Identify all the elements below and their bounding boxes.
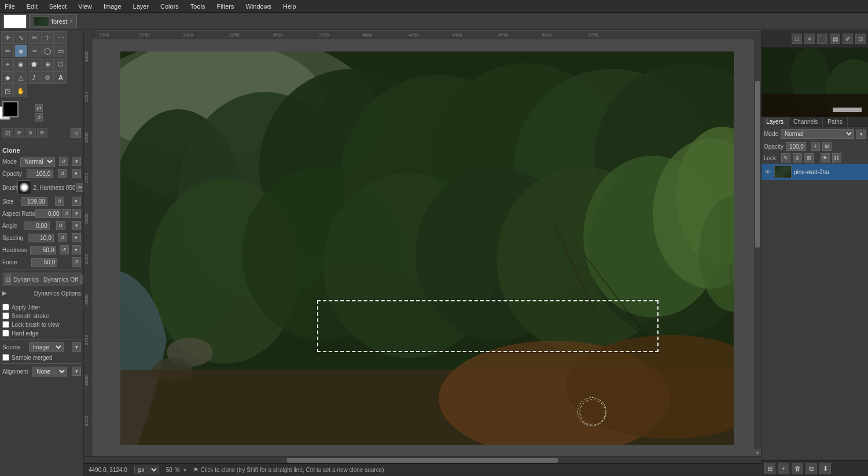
tool-fill[interactable]: ◆ (1, 71, 14, 84)
opacity-expand-icon[interactable]: ▾ (72, 169, 81, 178)
rp-icon-grid[interactable]: ▤ (830, 34, 840, 44)
mode-select[interactable]: Normal (20, 157, 55, 167)
layers-delete-btn[interactable]: 🗑 (792, 463, 803, 474)
layers-new-group-btn[interactable]: ⊞ (764, 463, 775, 474)
angle-value[interactable]: 0,00 (24, 222, 50, 230)
mode-icon[interactable]: ↺ (59, 157, 68, 166)
layer-visibility-icon[interactable]: 👁 (764, 168, 772, 176)
opacity-value[interactable]: 100,0 (27, 169, 53, 178)
layers-mode-expand-icon[interactable]: ▾ (856, 130, 866, 139)
spacing-expand-icon[interactable]: ▾ (72, 233, 81, 242)
brush-preview[interactable] (17, 180, 31, 194)
tool-extra2[interactable]: ⟳ (14, 128, 24, 138)
layers-opacity-value[interactable]: 100,0 (786, 142, 806, 151)
size-reset-icon[interactable]: ↺ (55, 197, 64, 206)
spacing-reset-icon[interactable]: ↺ (58, 233, 67, 242)
tool-pencil[interactable]: ✏ (1, 45, 14, 57)
hardness-reset-icon[interactable]: ↺ (60, 245, 69, 254)
force-reset-icon[interactable]: ↺ (72, 257, 81, 267)
dynamics-expand-btn[interactable]: ▶ (2, 290, 9, 297)
menu-help[interactable]: Help (281, 2, 299, 11)
size-expand-icon[interactable]: ▾ (72, 197, 81, 206)
layers-merge-icon[interactable]: ⊞ (822, 142, 832, 151)
lock-brush-checkbox[interactable] (2, 321, 9, 328)
horizontal-scrollbar[interactable] (84, 456, 761, 463)
vertical-scrollbar[interactable]: ▼ (754, 39, 761, 456)
layers-merge-down-btn[interactable]: ⬇ (819, 463, 831, 474)
panel-collapse-icon[interactable]: ◁ (71, 128, 81, 138)
tab-blank[interactable] (3, 14, 27, 28)
tool-transform[interactable]: ⤴ (28, 71, 41, 84)
smooth-stroke-checkbox[interactable] (2, 312, 9, 319)
tab-close-icon[interactable]: × (70, 18, 73, 24)
tool-clone[interactable]: ▭ (54, 45, 67, 57)
hard-edge-checkbox[interactable] (2, 330, 9, 337)
canvas-viewport[interactable]: ▼ (93, 39, 761, 456)
vscrollbar-down-arrow[interactable]: ▼ (754, 449, 761, 456)
tool-warp[interactable]: ⊹ (41, 31, 54, 44)
tool-extra1[interactable]: ◱ (2, 128, 13, 138)
unit-select[interactable]: px mm cm (134, 466, 159, 474)
vscrollbar-thumb[interactable] (755, 81, 760, 248)
tool-heal[interactable]: ◯ (41, 45, 54, 57)
layers-duplicate-btn[interactable]: ⧉ (806, 463, 817, 474)
menu-tools[interactable]: Tools (188, 2, 208, 11)
rp-icon-menu[interactable]: ⊡ (855, 34, 866, 44)
aspect-reset-icon[interactable]: ↺ (62, 209, 71, 218)
swap-colors-icon[interactable]: ⇄ (35, 104, 43, 112)
layers-add-btn[interactable]: + (811, 142, 820, 151)
hardness-expand-icon[interactable]: ▾ (72, 245, 81, 254)
rp-icon-lock[interactable]: ⬛ (817, 34, 827, 44)
rp-icon-restore[interactable]: □ (792, 34, 802, 44)
alignment-expand-icon[interactable]: ▾ (72, 367, 81, 376)
zoom-down-icon[interactable]: ▾ (183, 467, 186, 473)
spacing-value[interactable]: 10,0 (28, 234, 54, 242)
tab-channels[interactable]: Channels (789, 117, 823, 127)
dynamics-edit-icon[interactable]: ✏ (80, 275, 83, 284)
lock-pos-icon[interactable]: ⊕ (793, 153, 802, 163)
angle-expand-icon[interactable]: ▾ (72, 221, 81, 230)
alignment-select[interactable]: None (32, 367, 67, 377)
menu-select[interactable]: Select (47, 2, 69, 11)
tool-text2[interactable]: A (54, 71, 67, 84)
menu-view[interactable]: View (76, 2, 94, 11)
menu-edit[interactable]: Edit (24, 2, 40, 11)
tool-crosshair[interactable]: ✛ (1, 31, 14, 44)
reset-colors-icon[interactable]: ↺ (35, 113, 43, 121)
apply-jitter-checkbox[interactable] (2, 304, 9, 311)
tool-select-rect[interactable]: ◳ (1, 84, 14, 97)
brush-edit-icon[interactable]: ✏ (76, 183, 83, 192)
menu-colors[interactable]: Colors (158, 2, 181, 11)
tab-layers[interactable]: Layers (762, 117, 789, 127)
lock-all-icon[interactable]: ⊞ (804, 153, 814, 163)
tool-blur[interactable]: ⌖ (1, 58, 14, 71)
menu-windows[interactable]: Windows (243, 2, 274, 11)
tool-eraser[interactable]: ✑ (28, 45, 41, 57)
mode-expand-icon[interactable]: ▾ (72, 157, 81, 166)
layer-item[interactable]: 👁 pine-watt-2ha (762, 164, 868, 180)
tab-forest[interactable]: forest × (29, 14, 77, 28)
tool-paintbrush[interactable]: ◈ (14, 45, 27, 57)
tool-path[interactable]: ⬟ (28, 58, 41, 71)
tool-extra4[interactable]: ⟳ (37, 128, 47, 138)
foreground-color-swatch[interactable] (2, 101, 19, 117)
sample-merged-checkbox[interactable] (2, 354, 9, 361)
layers-new-layer-btn[interactable]: + (778, 463, 789, 474)
tool-vector[interactable]: ⬡ (54, 58, 67, 71)
tool-dodge[interactable]: ◉ (14, 58, 27, 71)
dynamics-options-label[interactable]: Dynamics Options (34, 290, 81, 297)
menu-layer[interactable]: Layer (131, 2, 152, 11)
tool-resize[interactable]: ⤡ (14, 31, 27, 44)
hscrollbar-thumb[interactable] (287, 458, 558, 463)
rp-icon-close[interactable]: × (804, 34, 815, 44)
hardness-value[interactable]: 50,0 (30, 246, 56, 254)
force-value[interactable]: 50,0 (31, 258, 57, 267)
layers-mode-select[interactable]: Normal (781, 129, 854, 139)
zoom-value[interactable]: 50 (166, 467, 172, 473)
tab-paths[interactable]: Paths (823, 117, 848, 127)
menu-file[interactable]: File (2, 2, 17, 11)
tool-extra3[interactable]: ✕ (25, 128, 36, 138)
tool-measure[interactable]: ⋯ (54, 31, 67, 44)
menu-filters[interactable]: Filters (215, 2, 237, 11)
source-expand-icon[interactable]: ▾ (72, 342, 81, 352)
